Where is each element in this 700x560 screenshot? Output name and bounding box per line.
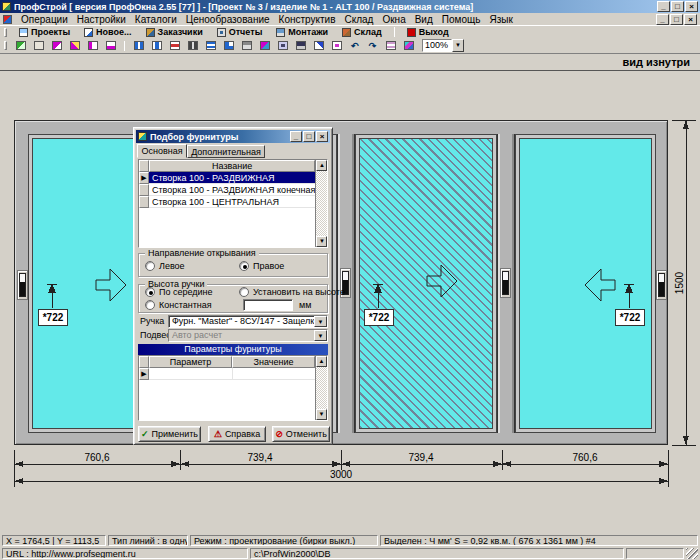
open-icon[interactable]	[30, 39, 47, 53]
split-icon[interactable]	[202, 39, 219, 53]
window-vertical-icon[interactable]	[130, 39, 147, 53]
list-item[interactable]: Створка 100 - ЦЕНТРАЛЬНАЯ	[139, 196, 315, 208]
params-scrollbar[interactable]: ▲ ▼	[315, 356, 327, 420]
params-empty-row[interactable]: ▶	[139, 368, 315, 380]
scroll-down-icon[interactable]: ▼	[316, 236, 327, 247]
height-value-input[interactable]	[243, 299, 293, 311]
installation-button[interactable]: Монтажи	[270, 27, 334, 38]
house-icon[interactable]	[238, 39, 255, 53]
dialog-title: Подбор фурнитуры	[150, 132, 287, 142]
window-section-icon[interactable]	[220, 39, 237, 53]
cancel-button[interactable]: ⊘ Отменить	[272, 426, 330, 442]
zoom-value[interactable]: 100%	[422, 39, 452, 52]
dialog-restore-icon[interactable]: □	[303, 131, 315, 142]
exit-button[interactable]: Выход	[401, 27, 455, 38]
resize-grip[interactable]	[686, 548, 698, 559]
tab-main[interactable]: Основная	[137, 144, 187, 158]
menu-pricing[interactable]: Ценообразование	[186, 14, 270, 25]
move-icon[interactable]	[328, 39, 345, 53]
fill-icon[interactable]	[256, 39, 273, 53]
list-header-name[interactable]: Название	[149, 160, 315, 172]
drawing-canvas[interactable]: вид изнутри *722 *722 *722	[0, 54, 700, 534]
scroll-up-icon[interactable]: ▲	[316, 160, 327, 171]
customers-button[interactable]: Заказчики	[140, 27, 209, 38]
radio-right[interactable]: Правое	[239, 261, 284, 271]
dialog-minimize-icon[interactable]: _	[290, 131, 302, 142]
rows-icon[interactable]	[166, 39, 183, 53]
draw-contour-icon[interactable]	[102, 39, 119, 53]
params-col-value[interactable]: Значение	[232, 356, 315, 368]
undo-icon[interactable]: ↶	[346, 39, 363, 53]
dim-segment-2: 739,4	[247, 452, 272, 463]
menu-catalogs[interactable]: Каталоги	[135, 14, 177, 25]
radio-at-height[interactable]: Установить на высоте	[239, 287, 345, 297]
table-icon[interactable]	[382, 39, 399, 53]
menu-operations[interactable]: Операции	[21, 14, 68, 25]
edit-icon[interactable]	[310, 39, 327, 53]
tab-additional[interactable]: Дополнительная	[187, 145, 265, 158]
menu-warehouse[interactable]: Склад	[345, 14, 374, 25]
reports-button[interactable]: Отчеты	[211, 27, 269, 38]
dialog-close-icon[interactable]: ×	[316, 131, 328, 142]
menu-view[interactable]: Вид	[415, 14, 433, 25]
radio-icon[interactable]	[145, 287, 155, 297]
row-selector-cell	[139, 184, 149, 196]
scroll-up-icon[interactable]: ▲	[316, 356, 327, 367]
mdi-minimize-icon[interactable]: _	[656, 14, 669, 25]
list-item[interactable]: ▶ Створка 100 - РАЗДВИЖНАЯ	[139, 172, 315, 184]
list-scrollbar[interactable]: ▲ ▼	[315, 160, 327, 247]
status-bar: X = 1764,5 | Y = 1113,5 Тип линий : в од…	[0, 534, 700, 547]
status-mode: Режим : проектирование (бирки выкл.)	[190, 535, 378, 546]
scroll-down-icon[interactable]: ▼	[316, 409, 327, 420]
chevron-down-icon[interactable]: ▼	[314, 330, 327, 341]
params-header-row: Параметр Значение	[139, 356, 315, 368]
menu-windows[interactable]: Окна	[382, 14, 405, 25]
apply-button[interactable]: ✓ Применить	[138, 426, 201, 442]
new-button[interactable]: Новое...	[78, 27, 137, 38]
preview-icon[interactable]	[274, 39, 291, 53]
grid-icon[interactable]	[184, 39, 201, 53]
render-icon[interactable]	[400, 39, 417, 53]
warehouse-button[interactable]: Склад	[336, 27, 388, 38]
redo-icon[interactable]: ↷	[364, 39, 381, 53]
toolbar-grip[interactable]	[4, 28, 7, 37]
select-icon[interactable]	[12, 39, 29, 53]
mdi-close-icon[interactable]: ×	[684, 14, 697, 25]
radio-left[interactable]: Левое	[145, 261, 185, 271]
close-icon[interactable]: ×	[685, 1, 698, 12]
menu-construction[interactable]: Конструктив	[279, 14, 336, 25]
chevron-down-icon[interactable]: ▼	[314, 316, 327, 327]
radio-icon[interactable]	[239, 261, 249, 271]
draw-shape-icon[interactable]	[66, 39, 83, 53]
customers-icon	[146, 28, 155, 37]
mdi-restore-icon[interactable]: □	[670, 14, 683, 25]
restore-icon[interactable]: □	[671, 1, 684, 12]
suspension-combobox[interactable]: Авто расчет ▼	[168, 329, 328, 342]
chevron-down-icon[interactable]: ▼	[452, 39, 464, 52]
dialog-titlebar[interactable]: Подбор фурнитуры _ □ ×	[136, 130, 330, 143]
radio-middle[interactable]: По середине	[145, 287, 213, 297]
suspension-label: Подвес	[140, 329, 171, 342]
list-item[interactable]: Створка 100 - РАЗДВИЖНАЯ конечная	[139, 184, 315, 196]
menu-settings[interactable]: Настройки	[77, 14, 126, 25]
document-icon	[3, 15, 12, 24]
projects-icon	[19, 28, 28, 37]
handle-combobox[interactable]: Фурн. "Master" - 8СУ/147 - Защелка ▼	[168, 315, 328, 328]
save-icon[interactable]	[292, 39, 309, 53]
columns-icon[interactable]	[148, 39, 165, 53]
radio-constant[interactable]: Константная	[145, 300, 212, 310]
help-button[interactable]: ⚠ Справка	[208, 426, 266, 442]
radio-icon[interactable]	[145, 300, 155, 310]
minimize-icon[interactable]: _	[657, 1, 670, 12]
toolbar-grip-2[interactable]	[4, 41, 7, 50]
radio-icon[interactable]	[239, 287, 249, 297]
menu-language[interactable]: Язык	[489, 14, 512, 25]
menu-help[interactable]: Помощь	[442, 14, 481, 25]
params-col-parameter[interactable]: Параметр	[149, 356, 232, 368]
status-coordinates: X = 1764,5 | Y = 1113,5	[2, 535, 106, 546]
radio-icon[interactable]	[145, 261, 155, 271]
draw-arc-icon[interactable]	[48, 39, 65, 53]
zoom-combobox[interactable]: 100% ▼	[422, 39, 464, 52]
projects-button[interactable]: Проекты	[13, 27, 76, 38]
draw-polyline-icon[interactable]	[84, 39, 101, 53]
